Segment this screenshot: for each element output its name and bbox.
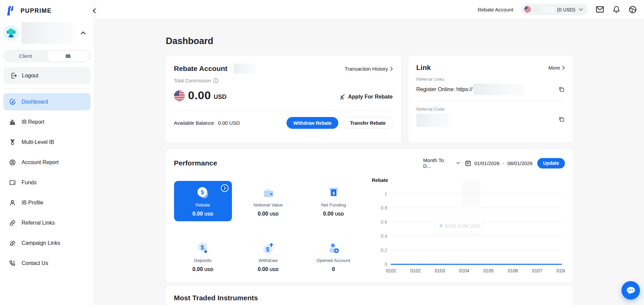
svg-text:0106: 0106 [508,268,518,273]
sidebar-item-ib-report[interactable]: IB Report [3,113,91,130]
perf-tile-opened-account[interactable]: Opened Account 0 [305,236,363,277]
copy-referral-code-button[interactable] [558,116,565,123]
chevron-left-icon [92,8,96,13]
sidebar-item-label: Referral Links [22,220,55,226]
perf-tile-net-funding[interactable]: $ Net Funding 0.00 USD [305,181,363,221]
most-traded-title: Most Traded Instruments [174,294,258,302]
account-number-redacted [534,6,554,12]
tile-unit: USD [204,212,213,217]
chevron-right-icon [562,66,565,70]
apply-for-rebate-label: Apply For Rebate [348,94,393,100]
date-from: 01/01/2026 [474,160,500,166]
chevron-right-icon [390,67,393,71]
period-select[interactable]: Month To D... [423,157,460,169]
tooltip-y-value: 0.00 USD [458,223,481,229]
tile-value: 0.00 [258,211,268,217]
sidebar-item-dashboard[interactable]: Dashboard [3,93,91,110]
apply-for-rebate-button[interactable]: Apply For Rebate [339,93,393,100]
tile-value: 0.00 [193,211,203,217]
account-balance: (0 USD) [557,7,575,12]
transaction-history-link[interactable]: Transaction History [345,66,393,72]
sidebar-item-contact-us[interactable]: Contact Us [3,255,91,272]
perf-tile-notional-value[interactable]: Notional Value 0.00 USD [239,181,297,221]
tile-label: Net Funding [321,202,346,207]
svg-text:1: 1 [384,191,387,196]
referral-code-label: Referral Code [416,107,565,112]
copy-referral-link-button[interactable] [558,86,565,93]
chevron-up-icon[interactable] [80,31,86,35]
total-commission-amount: 0.00 [188,89,211,102]
perf-tile-deposits[interactable]: $ Deposits 0.00 USD [174,236,232,277]
sidebar-collapse-button[interactable] [89,6,99,15]
referral-code-redacted [416,114,449,127]
rebate-chart: Rebate 00.20.40.60.810101010201030104010… [372,181,565,282]
sidebar-item-label: Campaign Links [22,240,60,246]
brand-logo[interactable]: PUPRIME [5,5,94,17]
svg-text:0105: 0105 [483,268,494,273]
sidebar-item-label: Multi-Level IB [22,139,54,145]
tile-label: Opened Account [317,258,350,263]
withdraw-rebate-button[interactable]: Withdraw Rebate [286,117,338,129]
toggle-client[interactable]: Client [4,51,47,62]
us-flag-icon [174,90,185,101]
perf-tile-rebate[interactable]: $ Rebate 0.00 USD [174,181,232,221]
user-circle-icon [9,159,16,166]
sidebar-item-label: Contact Us [22,260,48,266]
more-link[interactable]: More [548,65,565,71]
sidebar-item-multi-level-ib[interactable]: Multi-Level IB [3,134,91,151]
tile-label: Notional Value [253,202,283,207]
copy-icon [558,86,565,93]
tile-label: Rebate [196,202,210,207]
globe-icon[interactable] [628,5,637,14]
rebate-coin-icon: $ [196,186,210,200]
profile-summary[interactable] [3,22,90,44]
transaction-history-label: Transaction History [345,66,388,72]
chat-widget-button[interactable] [621,281,640,300]
sidebar-item-funds[interactable]: Funds [3,174,91,191]
account-selector[interactable]: (0 USD) [521,4,588,15]
account-type-label: Rebate Account [478,7,513,12]
sidebar-item-ib-profile[interactable]: IB Profile [3,194,91,211]
calendar-icon [465,160,471,166]
mail-icon[interactable] [595,5,604,14]
divider [416,101,565,101]
rebate-account-card: Rebate Account Transaction History Total… [166,55,401,142]
tile-value: 0 [332,266,335,272]
sidebar-item-campaign-links[interactable]: Campaign Links [3,234,91,252]
bell-icon[interactable] [612,5,621,14]
svg-text:$: $ [201,189,204,195]
wallet-icon [9,179,16,186]
sidebar-item-referral-links[interactable]: Referral Links [3,214,91,231]
tile-value: 0.00 [258,266,268,272]
dashboard-icon [9,98,16,106]
available-balance-label: Available Balance [174,120,214,126]
date-range-picker[interactable]: 01/01/2026 - 08/01/2026 [465,160,533,166]
campaign-link-icon [9,239,16,247]
sidebar-item-label: Account Report [22,159,59,165]
sidebar: PUPRIME Client IB L [0,0,94,305]
ib-dashboard-page: PUPRIME Client IB L [0,0,644,305]
info-icon[interactable] [213,78,218,83]
link-card: Link More Referral Links Register Online… [408,55,573,142]
main-content: Dashboard Rebate Account Transaction His… [95,19,644,305]
transfer-rebate-button[interactable]: Transfer Rebate [343,117,393,129]
perf-tile-withdraw[interactable]: $ Withdraw 0.00 USD [239,236,297,277]
period-select-value: Month To D... [423,157,453,169]
link-card-title: Link [416,64,431,72]
chevron-right-circle-icon[interactable] [221,184,229,192]
sidebar-item-label: IB Report [22,119,44,125]
performance-tiles: $ Rebate 0.00 USD Notional Value 0.00 US… [174,181,363,282]
svg-text:$: $ [200,244,204,251]
toggle-ib[interactable]: IB [47,50,90,62]
sidebar-item-account-report[interactable]: Account Report [3,154,91,171]
svg-text:0108: 0108 [556,268,565,273]
referral-links-label: Referral Links [416,77,565,82]
referral-url-redacted [473,84,524,95]
logout-button[interactable]: Logout [3,67,91,84]
link-icon [9,219,16,227]
divider [3,88,91,89]
bar-chart-icon [9,118,16,126]
update-button[interactable]: Update [537,158,565,168]
profile-name-redacted [22,22,73,44]
svg-text:0107: 0107 [532,268,542,273]
